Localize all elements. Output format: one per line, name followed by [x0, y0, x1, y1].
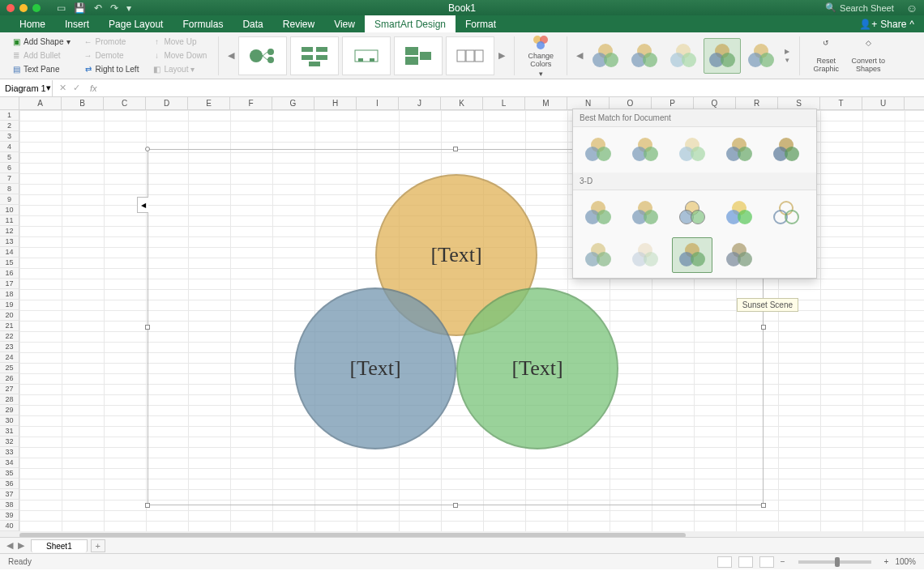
row-header[interactable]: 23: [0, 342, 19, 352]
col-header[interactable]: S: [778, 97, 820, 109]
row-header[interactable]: 14: [0, 247, 19, 258]
col-header[interactable]: O: [610, 97, 652, 109]
scrollbar-thumb[interactable]: [19, 533, 686, 537]
sheet-tab[interactable]: Sheet1: [31, 539, 88, 552]
row-header[interactable]: 28: [0, 394, 19, 405]
style-thumbnail[interactable]: [578, 132, 618, 168]
row-header[interactable]: 29: [0, 405, 19, 415]
style-thumbnail-selected[interactable]: [672, 237, 712, 273]
layout-option-1[interactable]: [238, 36, 287, 75]
col-header[interactable]: Q: [694, 97, 736, 109]
reset-graphic-button[interactable]: ↺ Reset Graphic: [806, 36, 845, 76]
tab-page-layout[interactable]: Page Layout: [99, 15, 173, 32]
resize-handle[interactable]: [761, 325, 766, 330]
resize-handle[interactable]: [453, 503, 458, 508]
style-thumbnail[interactable]: [766, 195, 806, 231]
layout-dropdown[interactable]: ◧Layout ▾: [152, 63, 207, 76]
chevron-up-icon[interactable]: ^: [909, 19, 914, 30]
row-header[interactable]: 19: [0, 300, 19, 310]
col-header[interactable]: I: [357, 97, 399, 109]
row-header[interactable]: 39: [0, 510, 19, 521]
row-header[interactable]: 25: [0, 363, 19, 373]
col-header[interactable]: C: [104, 97, 146, 109]
resize-handle[interactable]: [145, 147, 150, 151]
row-header[interactable]: 30: [0, 415, 19, 426]
col-header[interactable]: E: [188, 97, 230, 109]
style-thumbnail[interactable]: [766, 132, 806, 168]
feedback-icon[interactable]: ☺: [906, 2, 918, 15]
zoom-in-button[interactable]: +: [884, 557, 889, 566]
style-thumbnail[interactable]: [719, 195, 759, 231]
row-header[interactable]: 12: [0, 226, 19, 236]
style-thumbnail[interactable]: [578, 237, 618, 273]
row-header[interactable]: 1: [0, 110, 19, 121]
row-header[interactable]: 27: [0, 384, 19, 394]
col-header[interactable]: T: [820, 97, 862, 109]
col-header[interactable]: L: [483, 97, 525, 109]
change-colors-button[interactable]: Change Colors ▾: [521, 36, 560, 76]
col-header[interactable]: H: [314, 97, 357, 109]
resize-handle[interactable]: [761, 503, 766, 508]
row-header[interactable]: 35: [0, 468, 19, 479]
tab-format[interactable]: Format: [456, 15, 506, 32]
tab-formulas[interactable]: Formulas: [173, 15, 233, 32]
cell-grid[interactable]: ◀ [Text] [Text] [Text] Best Match for Do…: [19, 110, 924, 531]
layout-prev-button[interactable]: ◀: [225, 36, 237, 76]
cancel-formula-button[interactable]: ✕: [59, 83, 66, 93]
toolbar-collapse-icon[interactable]: ▭: [57, 2, 66, 14]
style-thumbnail[interactable]: [672, 132, 712, 168]
row-header[interactable]: 15: [0, 258, 19, 268]
layout-option-3[interactable]: [342, 36, 391, 75]
venn-circle-left[interactable]: [Text]: [294, 288, 456, 449]
tab-insert[interactable]: Insert: [55, 15, 99, 32]
row-header[interactable]: 16: [0, 268, 19, 279]
add-bullet-button[interactable]: ≣Add Bullet: [11, 49, 71, 62]
tab-smartart-design[interactable]: SmartArt Design: [365, 15, 456, 32]
layout-option-4[interactable]: [394, 36, 443, 75]
page-break-view-button[interactable]: [759, 556, 774, 568]
col-header[interactable]: M: [525, 97, 567, 109]
row-header[interactable]: 20: [0, 310, 19, 321]
row-header[interactable]: 7: [0, 173, 19, 184]
row-header[interactable]: 34: [0, 458, 19, 468]
style-thumbnail[interactable]: [578, 195, 618, 231]
maximize-window-button[interactable]: [32, 4, 41, 12]
style-option-2[interactable]: [626, 38, 663, 74]
col-header[interactable]: B: [62, 97, 104, 109]
accept-formula-button[interactable]: ✓: [73, 83, 80, 93]
layout-option-5[interactable]: [446, 36, 494, 75]
layout-next-button[interactable]: ▶: [496, 36, 507, 76]
right-to-left-button[interactable]: ⇄Right to Left: [83, 63, 139, 76]
add-shape-button[interactable]: ▣Add Shape ▾: [11, 36, 71, 49]
row-header[interactable]: 36: [0, 479, 19, 489]
close-window-button[interactable]: [6, 4, 15, 12]
zoom-level[interactable]: 100%: [895, 557, 916, 566]
row-header[interactable]: 40: [0, 521, 19, 531]
tab-review[interactable]: Review: [273, 15, 324, 32]
style-thumbnail[interactable]: [719, 237, 759, 273]
page-layout-view-button[interactable]: [738, 556, 753, 568]
convert-to-shapes-button[interactable]: ◇ Convert to Shapes: [849, 36, 888, 76]
demote-button[interactable]: →Demote: [83, 49, 139, 62]
sheet-nav-prev[interactable]: ◀: [6, 540, 13, 551]
col-header[interactable]: P: [652, 97, 694, 109]
row-header[interactable]: 8: [0, 184, 19, 194]
style-thumbnail[interactable]: [719, 132, 759, 168]
undo-icon[interactable]: ↶: [94, 2, 102, 14]
move-down-button[interactable]: ↓Move Down: [152, 49, 207, 62]
row-header[interactable]: 21: [0, 321, 19, 331]
row-header[interactable]: 26: [0, 373, 19, 384]
style-thumbnail[interactable]: [625, 237, 665, 273]
add-sheet-button[interactable]: +: [91, 539, 105, 552]
style-option-3[interactable]: [665, 38, 702, 74]
col-header[interactable]: U: [862, 97, 905, 109]
venn-circle-right[interactable]: [Text]: [456, 288, 618, 449]
sheet-nav-next[interactable]: ▶: [18, 540, 24, 551]
toolbar-overflow-icon[interactable]: ▾: [126, 2, 131, 14]
style-thumbnail[interactable]: [672, 195, 712, 231]
zoom-slider[interactable]: [798, 560, 871, 564]
col-header[interactable]: A: [19, 97, 62, 109]
row-header[interactable]: 2: [0, 121, 19, 131]
text-pane-toggle[interactable]: ◀: [137, 197, 148, 213]
style-thumbnail[interactable]: [625, 195, 665, 231]
